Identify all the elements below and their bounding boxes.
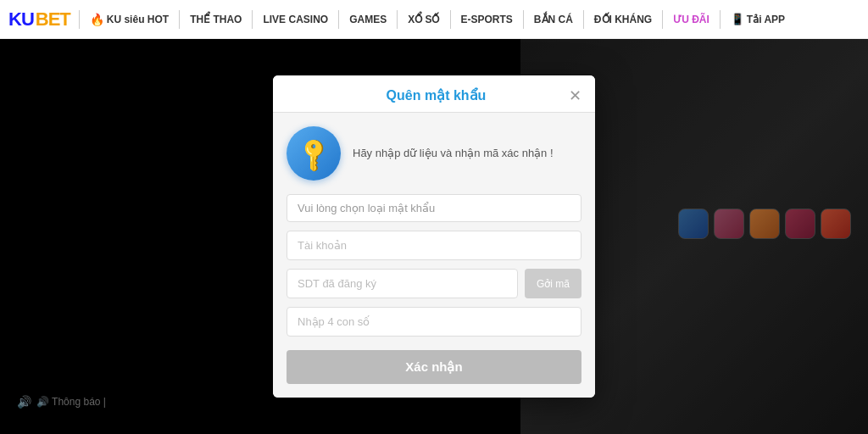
nav-divider-4 <box>338 10 339 29</box>
username-input[interactable] <box>287 231 581 260</box>
phone-code-row: Gởi mã <box>287 269 581 298</box>
modal-close-button[interactable]: ✕ <box>569 88 581 103</box>
modal-overlay: Quên mật khẩu ✕ 🔑 Hãy nhập dữ liệu và nh… <box>0 39 868 434</box>
nav-divider-8 <box>583 10 584 29</box>
modal-body: 🔑 Hãy nhập dữ liệu và nhận mã xác nhận !… <box>273 113 595 398</box>
pin-input[interactable] <box>287 307 581 337</box>
nav-divider-9 <box>662 10 663 29</box>
modal-title: Quên mật khẩu <box>303 87 569 103</box>
nav-divider-10 <box>720 10 721 29</box>
key-icon-wrapper: 🔑 <box>287 126 341 181</box>
logo-ku: KU <box>8 8 34 31</box>
modal-description: Hãy nhập dữ liệu và nhận mã xác nhận ! <box>353 145 554 162</box>
key-icon: 🔑 <box>293 133 334 174</box>
nav-item-games[interactable]: GAMES <box>342 0 393 39</box>
nav-item-the-thao[interactable]: THỂ THAO <box>183 0 248 39</box>
fire-icon: 🔥 <box>90 13 104 26</box>
nav-item-ban-ca[interactable]: BẮN CÁ <box>527 0 580 39</box>
phone-icon: 📱 <box>731 13 744 25</box>
navbar: KU BET 🔥 KU siêu HOT THỂ THAO LIVE CASIN… <box>0 0 868 39</box>
nav-divider-3 <box>252 10 253 29</box>
phone-input[interactable] <box>287 269 518 298</box>
nav-item-xo-so[interactable]: XỔ SỐ <box>401 0 446 39</box>
nav-item-doi-khang[interactable]: ĐỐI KHÁNG <box>587 0 659 39</box>
forgot-password-modal: Quên mật khẩu ✕ 🔑 Hãy nhập dữ liệu và nh… <box>273 75 595 398</box>
modal-info-row: 🔑 Hãy nhập dữ liệu và nhận mã xác nhận ! <box>287 126 581 181</box>
nav-item-uu-dai[interactable]: ƯU ĐÃI <box>666 0 716 39</box>
logo[interactable]: KU BET <box>8 8 70 31</box>
submit-button[interactable]: Xác nhận <box>287 350 581 384</box>
nav-item-tai-app[interactable]: 📱 Tải APP <box>724 0 792 39</box>
nav-divider-2 <box>179 10 180 29</box>
nav-divider-7 <box>523 10 524 29</box>
nav-divider-6 <box>450 10 451 29</box>
password-type-select[interactable]: Vui lòng chọn loại mật khẩu <box>287 194 581 222</box>
nav-item-ku-sieu-hot[interactable]: 🔥 KU siêu HOT <box>83 0 175 39</box>
nav-divider-5 <box>397 10 398 29</box>
modal-header: Quên mật khẩu ✕ <box>273 75 595 113</box>
nav-item-e-sports[interactable]: E-SPORTS <box>454 0 520 39</box>
logo-bet: BET <box>36 8 70 31</box>
send-code-button[interactable]: Gởi mã <box>525 269 581 298</box>
nav-divider-1 <box>79 10 80 29</box>
nav-item-live-casino[interactable]: LIVE CASINO <box>256 0 335 39</box>
